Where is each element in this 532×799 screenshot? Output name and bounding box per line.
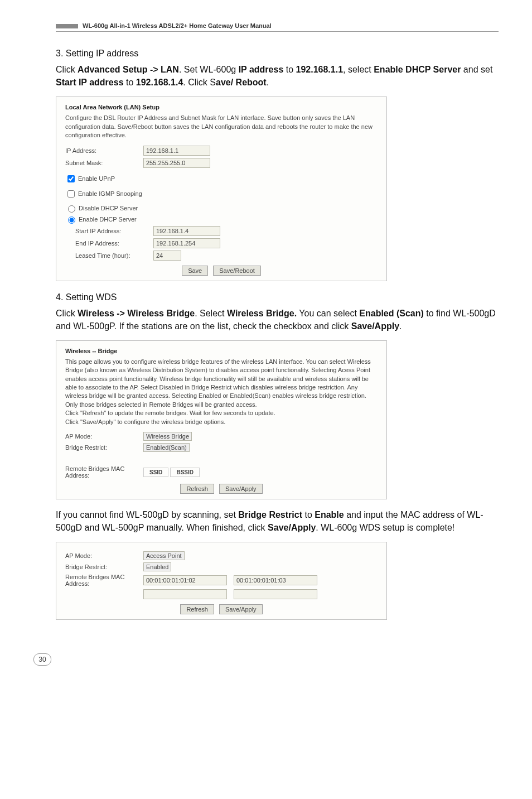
t: Enable DHCP Server (374, 65, 461, 74)
t: Click (56, 65, 78, 74)
mac-input-3[interactable] (143, 589, 227, 599)
mask-input[interactable]: 255.255.255.0 (143, 158, 210, 168)
restrict-select[interactable]: Enabled(Scan) (143, 443, 190, 452)
lan-title: Local Area Network (LAN) Setup (65, 104, 378, 110)
remote-bridges-label-2: Remote Bridges MAC Address: (65, 574, 143, 587)
step-4-instruction: Click Wireless -> Wireless Bridge. Selec… (56, 307, 499, 333)
mac-input-2[interactable]: 00:01:00:01:01:03 (234, 575, 317, 585)
dhcp-disable-radio[interactable] (68, 205, 75, 213)
t: . Select (195, 309, 227, 318)
end-ip-input[interactable]: 192.168.1.254 (153, 238, 220, 248)
t: . (267, 78, 269, 87)
t: 192.168.1.1 (296, 65, 344, 74)
wireless-bridge-screenshot: Wireless -- Bridge This page allows you … (56, 340, 387, 499)
upnp-label: Enable UPnP (78, 175, 115, 182)
refresh-button-2[interactable]: Refresh (180, 604, 214, 614)
step-4-title: 4. Setting WDS (56, 292, 499, 302)
bridge-title: Wireless -- Bridge (65, 348, 378, 354)
page: WL-600g All-in-1 Wireless ADSL2/2+ Home … (0, 0, 532, 677)
col-ssid: SSID (143, 468, 168, 477)
save-apply-button-2[interactable]: Save/Apply (219, 604, 263, 614)
t: Wireless Bridge. (227, 309, 297, 318)
t: . Set WL-600g (179, 65, 239, 74)
t: Save/Apply (351, 321, 399, 331)
end-ip-label: End IP Address: (75, 240, 153, 247)
manual-header: WL-600g All-in-1 Wireless ADSL2/2+ Home … (56, 22, 499, 32)
t: Advanced Setup -> LAN (78, 65, 179, 74)
t: Bridge Restrict (238, 510, 302, 519)
ip-label: IP Address: (65, 147, 143, 154)
t: . Click S (183, 78, 216, 87)
bridge-restrict-screenshot: AP Mode:Access Point Bridge Restrict:Ena… (56, 542, 387, 620)
restrict-select-2[interactable]: Enabled (143, 562, 171, 571)
t: Wireless -> Wireless Bridge (78, 309, 195, 318)
restrict-label-2: Bridge Restrict: (65, 564, 143, 570)
t: IP address (239, 65, 284, 74)
bridge-followup-instruction: If you cannot find WL-500gD by scanning,… (56, 508, 499, 534)
ap-mode-select-2[interactable]: Access Point (143, 551, 185, 560)
start-ip-label: Start IP Address: (75, 228, 153, 234)
mac-input-4[interactable] (234, 589, 317, 599)
col-bssid: BSSID (170, 468, 200, 477)
step-3-instruction: Click Advanced Setup -> LAN. Set WL-600g… (56, 63, 499, 89)
t: ave/ Reboot (216, 78, 267, 87)
t: . WL-600g WDS setup is complete! (316, 523, 454, 532)
dhcp-enable-radio[interactable] (68, 216, 75, 224)
step-3-title: 3. Setting IP address (56, 49, 499, 59)
refresh-button[interactable]: Refresh (180, 484, 214, 494)
lan-note: Configure the DSL Router IP Address and … (65, 114, 378, 139)
t: to (283, 65, 296, 74)
t: , select (343, 65, 374, 74)
t: 192.168.1.4 (136, 78, 183, 87)
t: to (124, 78, 136, 87)
t: Save/Apply (268, 523, 316, 532)
mask-label: Subnet Mask: (65, 160, 143, 166)
lease-input[interactable]: 24 (153, 251, 181, 261)
mac-input-1[interactable]: 00:01:00:01:01:02 (143, 575, 227, 585)
igmp-label: Enable IGMP Snooping (78, 190, 142, 197)
t: Click (56, 309, 78, 318)
t: Enabled (Scan) (359, 309, 424, 318)
t: If you cannot find WL-500gD by scanning,… (56, 510, 238, 519)
t: to (302, 510, 315, 519)
lease-label: Leased Time (hour): (75, 252, 153, 259)
save-apply-button[interactable]: Save/Apply (219, 484, 263, 494)
upnp-checkbox[interactable] (67, 175, 75, 182)
start-ip-input[interactable]: 192.168.1.4 (153, 226, 220, 236)
t: Start IP address (56, 78, 124, 87)
save-reboot-button[interactable]: Save/Reboot (213, 266, 261, 276)
lan-setup-screenshot: Local Area Network (LAN) Setup Configure… (56, 97, 387, 281)
t: . (399, 321, 402, 331)
igmp-checkbox[interactable] (67, 190, 75, 198)
dhcp-enable-label: Enable DHCP Server (79, 216, 137, 223)
t: and set (461, 65, 492, 74)
ap-mode-select[interactable]: Wireless Bridge (143, 432, 192, 441)
ap-mode-label-2: AP Mode: (65, 552, 143, 559)
save-button[interactable]: Save (182, 266, 208, 276)
t: Enable (315, 510, 344, 519)
ap-mode-label: AP Mode: (65, 433, 143, 440)
restrict-label: Bridge Restrict: (65, 444, 143, 451)
dhcp-disable-label: Disable DHCP Server (79, 205, 138, 211)
ip-input[interactable]: 192.168.1.1 (143, 146, 210, 156)
remote-bridges-label: Remote Bridges MAC Address: (65, 465, 143, 479)
t: You can select (297, 309, 359, 318)
page-number: 30 (33, 653, 51, 666)
bridge-note: This page allows you to configure wirele… (65, 358, 378, 426)
